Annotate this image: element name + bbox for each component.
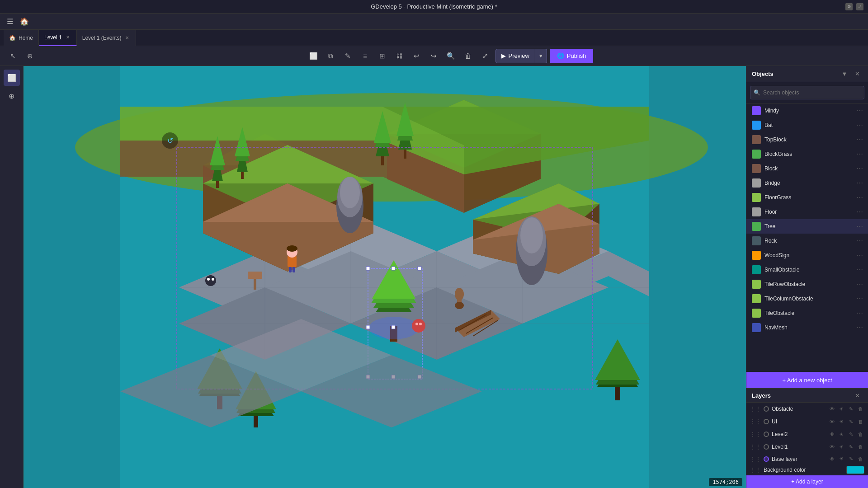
- object-menu-tileobstacle[interactable]: ⋯: [855, 309, 864, 318]
- layer-item-level2[interactable]: ⋮⋮ Level2 👁 ☀ ✎ 🗑: [746, 428, 868, 441]
- menu-hamburger[interactable]: ☰: [4, 15, 16, 28]
- layer-item-level1[interactable]: ⋮⋮ Level1 👁 ☀ ✎ 🗑: [746, 441, 868, 453]
- objects-btn[interactable]: ⬜: [307, 49, 321, 63]
- object-item-smallobstacle[interactable]: SmallObstacle ⋯: [746, 263, 868, 277]
- expand-canvas-btn[interactable]: ⤢: [478, 49, 493, 63]
- layer-delete-level2[interactable]: 🗑: [856, 430, 864, 438]
- tab-home[interactable]: 🏠 Home: [4, 30, 39, 46]
- layer-delete-ui[interactable]: 🗑: [856, 418, 864, 426]
- base-layer-item[interactable]: ⋮⋮ Base layer 👁 ☀ ✎ 🗑: [746, 453, 868, 464]
- object-menu-tilerowobstacle[interactable]: ⋯: [855, 280, 864, 289]
- canvas-area[interactable]: ↺ 1574;206: [24, 66, 746, 488]
- layer-sun-level2[interactable]: ☀: [837, 430, 845, 438]
- object-menu-block[interactable]: ⋯: [855, 164, 864, 173]
- svg-point-75: [212, 278, 214, 281]
- layers-panel-title: Layers: [752, 392, 771, 399]
- object-menu-tree[interactable]: ⋯: [855, 222, 864, 231]
- tab-level1-events-close[interactable]: ✕: [124, 35, 130, 41]
- bg-color-swatch[interactable]: [846, 466, 864, 474]
- add-tool-btn[interactable]: ⊕: [23, 49, 37, 63]
- object-menu-bat[interactable]: ⋯: [855, 121, 864, 130]
- object-icon-tileobstacle: [752, 309, 761, 318]
- object-menu-mindy[interactable]: ⋯: [855, 106, 864, 115]
- edit-btn[interactable]: ✎: [341, 49, 355, 63]
- add-layer-button[interactable]: + Add a layer: [746, 475, 868, 488]
- object-item-tilecolumnobstacle[interactable]: TileColumnObstacle ⋯: [746, 291, 868, 306]
- object-menu-topblock[interactable]: ⋯: [855, 135, 864, 144]
- object-menu-bridge[interactable]: ⋯: [855, 178, 864, 188]
- object-item-mindy[interactable]: Mindy ⋯: [746, 103, 868, 118]
- object-menu-blockgrass[interactable]: ⋯: [855, 150, 864, 159]
- grid-btn[interactable]: ⊞: [375, 49, 390, 63]
- layer-eye-level2[interactable]: 👁: [828, 430, 836, 438]
- layer-item-obstacle[interactable]: ⋮⋮ Obstacle 👁 ☀ ✎ 🗑: [746, 403, 868, 415]
- object-menu-tilecolumnobstacle[interactable]: ⋯: [855, 294, 864, 303]
- base-layer-delete[interactable]: 🗑: [856, 455, 864, 463]
- object-item-floorgrass[interactable]: FloorGrass ⋯: [746, 190, 868, 205]
- object-item-bridge[interactable]: Bridge ⋯: [746, 176, 868, 190]
- layers-close-btn[interactable]: ✕: [852, 390, 863, 401]
- titlebar-expand[interactable]: ⤢: [856, 3, 863, 10]
- object-item-floor[interactable]: Floor ⋯: [746, 205, 868, 219]
- tab-level1-events[interactable]: Level 1 (Events) ✕: [77, 30, 137, 46]
- base-layer-eye[interactable]: 👁: [828, 455, 836, 463]
- object-item-tilerowobstacle[interactable]: TileRowObstacle ⋯: [746, 277, 868, 291]
- object-item-woodsign[interactable]: WoodSign ⋯: [746, 248, 868, 263]
- object-menu-smallobstacle[interactable]: ⋯: [855, 265, 864, 274]
- delete-btn[interactable]: 🗑: [461, 49, 476, 63]
- layer-eye-ui[interactable]: 👁: [828, 418, 836, 426]
- tab-level1-close[interactable]: ✕: [65, 34, 71, 41]
- layer-edit-level1[interactable]: ✎: [847, 443, 855, 451]
- layer-edit-level2[interactable]: ✎: [847, 430, 855, 438]
- titlebar-settings[interactable]: ⚙: [845, 3, 853, 10]
- object-item-bat[interactable]: Bat ⋯: [746, 118, 868, 132]
- search-canvas-btn[interactable]: 🔍: [444, 49, 458, 63]
- object-menu-woodsign[interactable]: ⋯: [855, 251, 864, 260]
- svg-point-68: [287, 245, 297, 252]
- object-item-block[interactable]: Block ⋯: [746, 161, 868, 176]
- layer-sun-ui[interactable]: ☀: [837, 418, 845, 426]
- layer-sun-obstacle[interactable]: ☀: [837, 405, 845, 413]
- object-menu-navmesh[interactable]: ⋯: [855, 323, 864, 332]
- left-scene-icon[interactable]: ⬜: [4, 70, 20, 86]
- object-menu-rock[interactable]: ⋯: [855, 236, 864, 245]
- layers-btn[interactable]: ≡: [358, 49, 373, 63]
- menu-home[interactable]: 🏠: [18, 15, 31, 28]
- instances-btn[interactable]: ⧉: [324, 49, 338, 63]
- object-item-navmesh[interactable]: NavMesh ⋯: [746, 320, 868, 335]
- object-item-tree[interactable]: Tree ⋯: [746, 219, 868, 234]
- layer-edit-obstacle[interactable]: ✎: [847, 405, 855, 413]
- object-icon-woodsign: [752, 251, 761, 260]
- layer-actions-obstacle: 👁 ☀ ✎ 🗑: [828, 405, 864, 413]
- base-layer-edit[interactable]: ✎: [847, 455, 855, 463]
- preview-dropdown[interactable]: ▾: [535, 49, 547, 63]
- redo-btn[interactable]: ↪: [427, 49, 441, 63]
- undo-btn[interactable]: ↩: [410, 49, 424, 63]
- object-menu-floorgrass[interactable]: ⋯: [855, 193, 864, 202]
- layer-sun-level1[interactable]: ☀: [837, 443, 845, 451]
- object-item-rock[interactable]: Rock ⋯: [746, 234, 868, 248]
- cursor-tool-btn[interactable]: ↖: [5, 49, 20, 63]
- search-input[interactable]: [750, 86, 864, 99]
- add-object-button[interactable]: + Add a new object: [746, 372, 868, 388]
- object-item-topblock[interactable]: TopBlock ⋯: [746, 132, 868, 147]
- link-btn[interactable]: ⛓: [392, 49, 407, 63]
- object-name-tilerowobstacle: TileRowObstacle: [764, 281, 852, 287]
- preview-button[interactable]: ▶ Preview: [495, 49, 535, 63]
- layer-eye-level1[interactable]: 👁: [828, 443, 836, 451]
- left-add-icon[interactable]: ⊕: [4, 88, 20, 104]
- layer-item-ui[interactable]: ⋮⋮ UI 👁 ☀ ✎ 🗑: [746, 415, 868, 428]
- object-item-tileobstacle[interactable]: TileObstacle ⋯: [746, 306, 868, 320]
- tab-level1[interactable]: Level 1 ✕: [39, 30, 77, 46]
- object-item-blockgrass[interactable]: BlockGrass ⋯: [746, 147, 868, 161]
- layer-eye-obstacle[interactable]: 👁: [828, 405, 836, 413]
- svg-rect-114: [615, 387, 620, 400]
- layer-delete-obstacle[interactable]: 🗑: [856, 405, 864, 413]
- base-layer-sun[interactable]: ☀: [837, 455, 845, 463]
- objects-close-btn[interactable]: ✕: [852, 69, 863, 80]
- layer-delete-level1[interactable]: 🗑: [856, 443, 864, 451]
- layer-edit-ui[interactable]: ✎: [847, 418, 855, 426]
- object-menu-floor[interactable]: ⋯: [855, 207, 864, 216]
- publish-button[interactable]: 🌐 Publish: [550, 49, 594, 63]
- objects-filter-btn[interactable]: ▼: [839, 69, 850, 80]
